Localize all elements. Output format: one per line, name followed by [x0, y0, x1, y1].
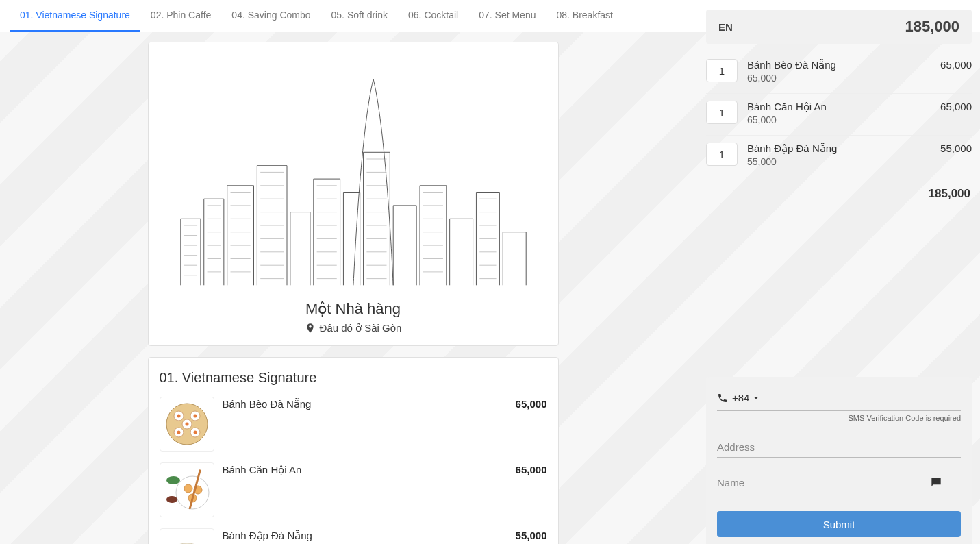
cart-item-row: 1Bánh Căn Hội An65,00065,000: [706, 97, 972, 136]
menu-item-thumbnail: [160, 462, 214, 517]
category-tab[interactable]: 07. Set Menu: [468, 0, 546, 32]
cart-item-qty[interactable]: 1: [706, 101, 738, 124]
submit-button[interactable]: Submit: [717, 511, 961, 537]
menu-section-title: 01. Vietnamese Signature: [149, 358, 558, 391]
svg-point-16: [166, 496, 177, 503]
location-pin-icon: [305, 323, 316, 334]
sms-helper-text: SMS Verification Code is required: [717, 414, 961, 422]
menu-item-name: Bánh Đập Đà Nẵng: [223, 528, 507, 542]
cart-item-line-price: 65,000: [940, 101, 972, 112]
cart-item-name: Bánh Đập Đà Nẵng: [747, 143, 931, 155]
cart-item-unit-price: 65,000: [747, 73, 931, 84]
cart-header-total: 185,000: [905, 18, 959, 36]
category-tab[interactable]: 05. Soft drink: [321, 0, 399, 32]
chevron-down-icon: [752, 394, 760, 402]
category-tab[interactable]: 08. Breakfast: [546, 0, 623, 32]
chat-bubble-icon: [929, 475, 943, 489]
cart-item-name: Bánh Bèo Đà Nẵng: [747, 59, 931, 71]
cart-item-unit-price: 55,000: [747, 156, 931, 167]
menu-item[interactable]: Bánh Bèo Đà Nẵng65,000: [160, 391, 547, 457]
name-input[interactable]: [717, 470, 920, 493]
cart-item-unit-price: 65,000: [747, 114, 931, 125]
menu-item-price: 55,000: [516, 528, 547, 541]
phone-icon: [717, 393, 728, 404]
menu-item-thumbnail: [160, 397, 214, 452]
menu-item[interactable]: Bánh Căn Hội An65,000: [160, 457, 547, 523]
category-tab[interactable]: 06. Cocktail: [398, 0, 468, 32]
order-form: +84 SMS Verification Code is required Su…: [706, 377, 972, 544]
cart-total: 185,000: [706, 180, 972, 201]
menu-section-card: 01. Vietnamese Signature Bánh Bèo Đà Nẵn…: [148, 357, 559, 544]
phone-input[interactable]: [764, 389, 961, 406]
category-tab[interactable]: 01. Vietnamese Signature: [10, 0, 140, 32]
cart-item-row: 1Bánh Bèo Đà Nẵng65,00065,000: [706, 55, 972, 94]
cart-item-list: 1Bánh Bèo Đà Nẵng65,00065,0001Bánh Căn H…: [706, 44, 972, 180]
cart-item-qty[interactable]: 1: [706, 143, 738, 166]
language-toggle[interactable]: EN: [718, 21, 733, 33]
menu-item[interactable]: Bánh Đập Đà Nẵng55,000: [160, 523, 547, 544]
restaurant-hero-image: [149, 42, 558, 292]
menu-item-price: 65,000: [516, 462, 547, 475]
menu-item-price: 65,000: [516, 397, 547, 410]
svg-point-12: [184, 484, 192, 493]
restaurant-location: Đâu đó ở Sài Gòn: [305, 322, 402, 334]
svg-point-10: [185, 423, 188, 426]
svg-point-15: [166, 476, 180, 484]
svg-point-9: [193, 431, 197, 434]
svg-point-7: [193, 415, 197, 418]
restaurant-card: Một Nhà hàng Đâu đó ở Sài Gòn: [148, 42, 559, 346]
category-tab[interactable]: 02. Phin Caffe: [140, 0, 221, 32]
cart-item-line-price: 55,000: [940, 143, 972, 154]
cart-item-row: 1Bánh Đập Đà Nẵng55,00055,000: [706, 138, 972, 177]
svg-point-11: [176, 476, 209, 509]
cart-header[interactable]: EN 185,000: [706, 10, 972, 44]
cart-item-qty[interactable]: 1: [706, 59, 738, 82]
restaurant-location-text: Đâu đó ở Sài Gòn: [320, 322, 402, 334]
country-code-value: +84: [732, 392, 749, 404]
menu-item-thumbnail: [160, 528, 214, 544]
menu-item-name: Bánh Bèo Đà Nẵng: [223, 397, 507, 410]
menu-item-list: Bánh Bèo Đà Nẵng65,000Bánh Căn Hội An65,…: [149, 391, 558, 544]
cart-item-name: Bánh Căn Hội An: [747, 101, 931, 113]
category-tab[interactable]: 04. Saving Combo: [221, 0, 321, 32]
menu-main: Một Nhà hàng Đâu đó ở Sài Gòn 01. Vietna…: [0, 32, 706, 544]
address-input[interactable]: [717, 434, 961, 458]
menu-item-name: Bánh Căn Hội An: [223, 462, 507, 476]
svg-point-6: [177, 415, 180, 418]
phone-input-row: +84: [717, 389, 961, 411]
restaurant-name: Một Nhà hàng: [305, 300, 401, 318]
note-button[interactable]: [929, 475, 943, 493]
country-code-select[interactable]: +84: [732, 392, 760, 404]
svg-point-8: [177, 431, 180, 434]
cart-item-line-price: 65,000: [940, 59, 972, 71]
